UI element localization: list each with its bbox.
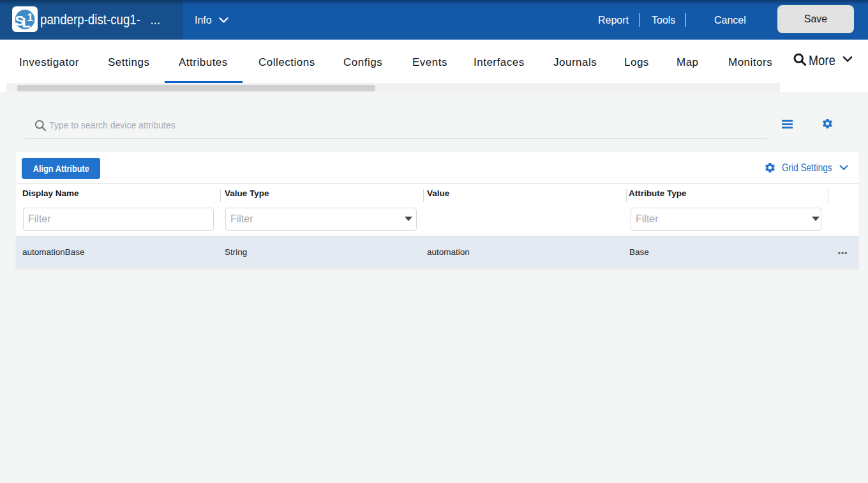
svg-text:1: 1 [27, 12, 33, 24]
